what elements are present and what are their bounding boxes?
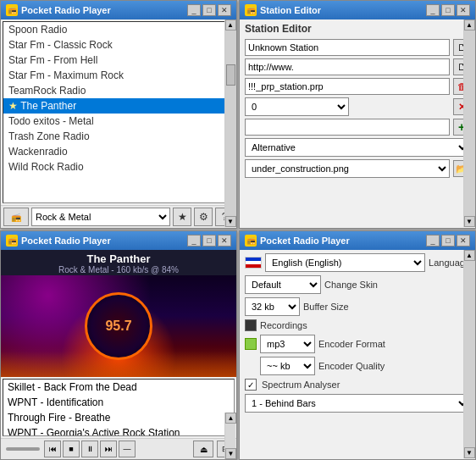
- track-item[interactable]: Through Fire - Breathe: [3, 410, 234, 425]
- station-list-window: 📻 Pocket Radio Player _ □ ✕ Spoon Radio …: [0, 0, 237, 229]
- spectrum-checkbox[interactable]: ✓: [245, 379, 257, 391]
- settings-scroll-up[interactable]: ▲: [464, 250, 475, 261]
- track-item[interactable]: Skillet - Back From the Dead: [3, 380, 234, 395]
- editor-maximize-button[interactable]: □: [441, 4, 455, 16]
- list-item[interactable]: Star Fm - From Hell: [3, 53, 234, 68]
- buffer-row: 32 kb Buffer Size: [245, 297, 470, 316]
- stop-button[interactable]: ■: [63, 441, 80, 457]
- url-row: 🗋: [245, 58, 470, 75]
- editor-scroll-up[interactable]: ▲: [464, 19, 475, 30]
- station-editor-window: 📻 Station Editor _ □ ✕ Station Editor 🗋 …: [239, 0, 476, 229]
- track-item[interactable]: WPNT - Identification: [3, 395, 234, 410]
- maximize-button[interactable]: □: [202, 4, 216, 16]
- genre-row: Alternative Rock Metal: [245, 138, 470, 157]
- file-row: 🗑: [245, 78, 470, 95]
- player-controls: ⏮ ■ ⏸ ⏭ — ⏏ ⊞: [1, 438, 236, 459]
- pause-button[interactable]: ⏸: [81, 441, 98, 457]
- mute-button[interactable]: —: [119, 441, 136, 457]
- spectrum-label: Spectrum Analyser: [262, 380, 340, 390]
- editor-scroll-track[interactable]: [464, 30, 475, 216]
- list-item[interactable]: Wild Rock Radio: [3, 159, 234, 175]
- encoder-quality-row: ~~ kb 128 kb Encoder Quality: [245, 357, 470, 375]
- track-item[interactable]: WPNT - Georgia's Active Rock Station: [3, 425, 234, 436]
- minimize-button[interactable]: _: [187, 4, 201, 16]
- station-list-scroll: Spoon Radio Star Fm - Classic Rock Star …: [3, 21, 235, 203]
- category-select[interactable]: Rock & Metal: [31, 208, 170, 226]
- prev-button[interactable]: ⏮: [44, 441, 61, 457]
- number-select[interactable]: 0: [245, 97, 349, 116]
- app-icon-2: 📻: [245, 4, 257, 16]
- list-item-panther[interactable]: The Panther: [3, 98, 234, 114]
- recordings-row: Recordings: [245, 319, 470, 331]
- buffer-select[interactable]: 32 kb: [245, 297, 300, 316]
- flag-icon: [245, 257, 262, 269]
- encoder-quality-label: Encoder Quality: [318, 361, 385, 371]
- genre-select[interactable]: Alternative Rock Metal: [245, 138, 470, 157]
- scroll-track[interactable]: [225, 30, 236, 216]
- editor-titlebar: 📻 Station Editor _ □ ✕: [240, 1, 475, 19]
- station-list-titlebar: 📻 Pocket Radio Player _ □ ✕: [1, 1, 236, 19]
- list-item[interactable]: Spoon Radio: [3, 22, 234, 37]
- scrollbar[interactable]: ▲ ▼: [224, 19, 235, 227]
- bars-select[interactable]: 1 - Behind Bars 2 - Standard: [245, 394, 470, 413]
- list-item[interactable]: Wackenradio: [3, 144, 234, 159]
- list-item[interactable]: Star Fm - Classic Rock: [3, 37, 234, 53]
- star-button[interactable]: ★: [173, 208, 191, 226]
- skin-select[interactable]: Default: [245, 275, 321, 294]
- player-close-button[interactable]: ✕: [218, 235, 231, 247]
- editor-close-button[interactable]: ✕: [457, 4, 470, 16]
- settings-button[interactable]: ⚙: [194, 208, 213, 226]
- language-select[interactable]: English (English): [265, 253, 425, 272]
- recordings-label: Recordings: [260, 320, 307, 330]
- settings-scroll-track[interactable]: [464, 261, 475, 447]
- track-scroll-up[interactable]: ▲: [225, 413, 236, 424]
- settings-maximize-button[interactable]: □: [441, 235, 455, 247]
- station-info: Rock & Metal - 160 kb/s @ 84%: [3, 265, 235, 274]
- radio-icon: 📻: [3, 208, 29, 226]
- scroll-up-arrow[interactable]: ▲: [225, 19, 236, 30]
- image-row: under_construction.png 📂: [245, 159, 470, 178]
- list-item[interactable]: Todo exitos - Metal: [3, 114, 234, 129]
- eject-button[interactable]: ⏏: [193, 441, 213, 457]
- player-title-text: Pocket Radio Player: [21, 236, 111, 246]
- editor-scroll-down[interactable]: ▼: [464, 216, 475, 227]
- settings-app-icon: 📻: [245, 235, 257, 247]
- next-button[interactable]: ⏭: [100, 441, 117, 457]
- scroll-down-arrow[interactable]: ▼: [225, 216, 236, 227]
- number-row: 0 ✕: [245, 97, 470, 116]
- list-item[interactable]: Star Fm - Maximum Rock: [3, 68, 234, 83]
- volume-slider[interactable]: [6, 447, 40, 451]
- empty-row: +: [245, 119, 470, 136]
- settings-close-button[interactable]: ✕: [457, 235, 470, 247]
- station-list-title: Pocket Radio Player: [21, 5, 111, 15]
- player-minimize-button[interactable]: _: [187, 235, 201, 247]
- station-url-input[interactable]: [245, 58, 450, 75]
- station-name-input[interactable]: [245, 39, 450, 56]
- image-select[interactable]: under_construction.png: [245, 159, 450, 178]
- close-button[interactable]: ✕: [218, 4, 231, 16]
- player-maximize-button[interactable]: □: [202, 235, 216, 247]
- settings-minimize-button[interactable]: _: [426, 235, 440, 247]
- skin-row: Default Change Skin: [245, 275, 470, 294]
- settings-scroll-down[interactable]: ▼: [464, 447, 475, 458]
- encoder-format-select[interactable]: mp3 ogg: [260, 335, 315, 353]
- editor-minimize-button[interactable]: _: [426, 4, 440, 16]
- extra-input[interactable]: [245, 119, 450, 136]
- track-scrollbar[interactable]: ▲ ▼: [224, 413, 235, 459]
- encoder-quality-select[interactable]: ~~ kb 128 kb: [260, 357, 315, 375]
- frequency-display: 95.7: [105, 319, 131, 334]
- player-window: 📻 Pocket Radio Player _ □ ✕ The Panther …: [0, 230, 237, 460]
- editor-scrollbar[interactable]: ▲ ▼: [463, 19, 474, 227]
- spectrum-row: ✓ Spectrum Analyser: [245, 379, 470, 391]
- scroll-thumb[interactable]: [226, 64, 235, 86]
- track-scroll-down[interactable]: ▼: [225, 448, 236, 459]
- recordings-indicator: [245, 319, 257, 331]
- settings-scrollbar[interactable]: ▲ ▼: [463, 250, 474, 458]
- settings-title-text: Pocket Radio Player: [260, 236, 350, 246]
- station-file-input[interactable]: [245, 78, 450, 95]
- player-artwork: 95.7: [1, 275, 236, 377]
- bars-row: 1 - Behind Bars 2 - Standard: [245, 394, 470, 413]
- list-item[interactable]: TeamRock Radio: [3, 83, 234, 98]
- language-row: English (English) Language: [245, 253, 470, 272]
- list-item[interactable]: Trash Zone Radio: [3, 129, 234, 144]
